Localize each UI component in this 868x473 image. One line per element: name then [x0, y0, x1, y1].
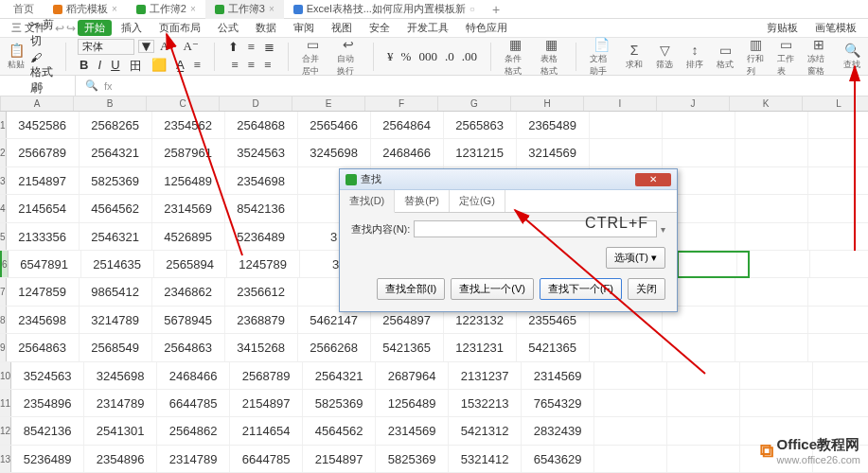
font-size[interactable]: ⯆	[138, 40, 154, 53]
cell[interactable]: 2564863	[152, 334, 225, 360]
cell[interactable]	[808, 195, 868, 221]
percent-button[interactable]: %	[399, 49, 414, 64]
cell[interactable]: 6547891	[9, 251, 81, 277]
dev-menu[interactable]: 开发工具	[399, 19, 456, 37]
cell[interactable]	[590, 334, 663, 360]
undo-icon[interactable]: ↩	[55, 22, 64, 35]
align-top-button[interactable]: ⬆	[226, 40, 240, 55]
currency-button[interactable]: ¥	[385, 49, 396, 64]
cell[interactable]: 2564863	[7, 334, 80, 360]
cell[interactable]	[667, 362, 740, 389]
cell[interactable]: 2314789	[157, 446, 230, 472]
cell[interactable]: 2314789	[84, 390, 157, 416]
cell[interactable]	[740, 390, 813, 416]
cell[interactable]	[735, 307, 808, 333]
cell[interactable]: 2356612	[225, 278, 298, 305]
cell[interactable]: 3245698	[298, 139, 371, 166]
merge-center-button[interactable]: ▭合并居中	[300, 34, 327, 79]
cond-format-button[interactable]: ▦条件格式	[503, 34, 529, 79]
cell[interactable]	[667, 390, 740, 416]
close-icon[interactable]: ×	[190, 4, 196, 14]
find-prev-button[interactable]: 查找上一个(V)	[451, 278, 534, 300]
find-all-button[interactable]: 查找全部(I)	[377, 278, 445, 300]
column-header[interactable]: F	[365, 96, 438, 111]
column-header[interactable]: L	[803, 96, 868, 111]
cell[interactable]: 2346862	[152, 278, 225, 305]
fx-icon[interactable]: fx	[104, 80, 113, 92]
format-button[interactable]: ▭格式	[715, 40, 735, 73]
cell[interactable]: 2314569	[152, 195, 225, 221]
cell[interactable]: 3524563	[225, 139, 298, 166]
cell[interactable]: 2354896	[84, 446, 157, 472]
cell[interactable]: 2564868	[225, 112, 298, 138]
cell[interactable]: 2154897	[303, 446, 376, 472]
cell[interactable]: 2133356	[7, 223, 80, 250]
freeze-button[interactable]: ⊞冻结窗格	[806, 34, 832, 79]
column-header[interactable]: K	[730, 96, 803, 111]
cell[interactable]	[590, 139, 663, 166]
cell[interactable]	[735, 334, 808, 360]
cell[interactable]: 4564562	[80, 195, 152, 221]
cell[interactable]	[813, 362, 868, 389]
cell[interactable]	[663, 334, 735, 360]
cell[interactable]: 2145654	[7, 195, 80, 221]
tab-item-2[interactable]: 工作簿3 ×	[205, 0, 284, 19]
cell[interactable]: 3452586	[7, 112, 80, 138]
cell[interactable]: 2354562	[152, 112, 225, 138]
italic-button[interactable]: I	[97, 58, 104, 75]
cell[interactable]: 5421365	[517, 334, 590, 360]
cell[interactable]: 4526895	[152, 223, 225, 250]
cell[interactable]	[594, 390, 667, 416]
cell[interactable]	[663, 139, 735, 166]
align-l-button[interactable]: ≡	[229, 58, 239, 73]
row-header[interactable]: 13	[0, 446, 11, 472]
dialog-titlebar[interactable]: 查找 ✕	[340, 169, 677, 190]
close-icon[interactable]: ×	[112, 4, 117, 14]
cell[interactable]: 2468466	[371, 139, 444, 166]
font-color-button[interactable]: A̲	[174, 58, 186, 75]
cell[interactable]: 2564862	[157, 417, 230, 444]
find-tab[interactable]: 查找(D)	[340, 190, 395, 213]
cell[interactable]: 9865412	[80, 278, 152, 305]
bold-button[interactable]: B	[78, 58, 90, 75]
cell[interactable]: 2568789	[230, 362, 303, 389]
border-button[interactable]: 田	[128, 58, 144, 75]
sort-button[interactable]: ↕排序	[684, 40, 705, 73]
column-header[interactable]: G	[438, 96, 511, 111]
tab-item-1[interactable]: 工作簿2 ×	[127, 0, 205, 19]
cell[interactable]: 2587961	[152, 139, 225, 166]
dropdown-icon[interactable]: ▾	[661, 224, 665, 235]
cell[interactable]: 2564321	[303, 362, 376, 389]
cell[interactable]: 5421365	[371, 334, 444, 360]
find-toolbar-button[interactable]: 🔍查找	[841, 40, 862, 73]
cell[interactable]: 1247859	[7, 278, 80, 305]
filter-button[interactable]: ▽筛选	[654, 40, 675, 73]
cell[interactable]: 2345698	[7, 307, 80, 333]
cell[interactable]: 2564321	[80, 139, 152, 166]
cell[interactable]: 1256489	[152, 167, 225, 194]
dec-dec-button[interactable]: .00	[460, 49, 479, 64]
cell[interactable]: 6543629	[522, 446, 594, 472]
row-header[interactable]: 10	[0, 362, 11, 389]
column-header[interactable]: J	[657, 96, 730, 111]
comma-button[interactable]: 000	[416, 49, 439, 64]
column-header[interactable]: A	[1, 96, 74, 111]
cell[interactable]: 5236489	[11, 446, 84, 472]
cell[interactable]: 5825369	[376, 446, 449, 472]
cell[interactable]: 6644785	[157, 390, 230, 416]
close-dialog-button[interactable]: 关闭	[628, 278, 665, 300]
row-header[interactable]: 12	[0, 417, 11, 444]
cell[interactable]: 1231215	[444, 139, 517, 166]
cell[interactable]: 4564562	[303, 417, 376, 444]
redo-icon[interactable]: ↪	[66, 22, 76, 35]
cell[interactable]: 2314569	[522, 362, 594, 389]
find-next-button[interactable]: 查找下一个(F)	[540, 278, 622, 300]
cell[interactable]	[735, 167, 808, 194]
cell[interactable]: 2566789	[7, 139, 80, 166]
cell[interactable]: 2154897	[230, 390, 303, 416]
cell[interactable]: 1231231	[444, 334, 517, 360]
cell[interactable]	[740, 362, 813, 389]
cell[interactable]	[808, 307, 868, 333]
cell[interactable]	[813, 390, 868, 416]
cell[interactable]: 2468466	[157, 362, 230, 389]
